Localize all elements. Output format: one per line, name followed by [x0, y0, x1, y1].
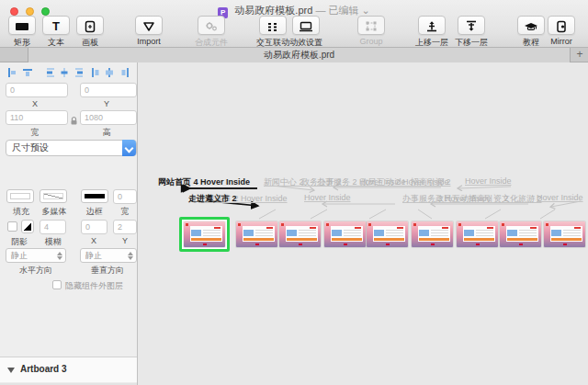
fill-swatch-button[interactable] [6, 189, 34, 203]
thumbnail-page [331, 226, 363, 242]
flow-link-label[interactable]: Hover Inside [304, 193, 351, 202]
move-down-layer-button[interactable]: 下移一层 [455, 16, 488, 49]
horizontal-resize-dropdown[interactable]: 静止 [6, 248, 66, 263]
hotspot-marker [413, 223, 416, 226]
shadow-y-input[interactable]: 2 [113, 220, 137, 234]
y-label: Y [99, 99, 114, 108]
selected-thumbnail-box[interactable] [179, 217, 230, 252]
align-left-edge-icon[interactable] [6, 65, 17, 76]
distribute-center-icon[interactable] [104, 65, 115, 76]
thumbnail-page [243, 226, 275, 242]
thumbnail-page [463, 226, 495, 242]
align-right-icon[interactable] [74, 65, 85, 76]
thumbnail-page [550, 226, 582, 242]
vertical-resize-label: 垂直方向 [85, 265, 130, 277]
canvas-area[interactable]: 网站首页 4 Hover Inside新闻中心 2政务公开 2办事服务 2 Ho… [138, 62, 588, 385]
screen-thumbnail[interactable] [236, 221, 277, 247]
border-label: 边框 [81, 206, 108, 218]
flow-link-label[interactable]: Hover Inside [537, 193, 583, 202]
import-icon [142, 17, 155, 33]
lock-aspect-icon[interactable] [70, 113, 78, 130]
screen-thumbnail[interactable] [457, 221, 498, 247]
move-down-icon [465, 17, 478, 33]
y-position-input[interactable]: 0 [80, 83, 137, 97]
blur-label: 模糊 [40, 236, 67, 248]
layer-row-artboard[interactable]: Artboard 3 [0, 357, 137, 383]
shadow-blur-input[interactable]: 4 [40, 220, 66, 234]
import-button[interactable]: Import [135, 16, 163, 46]
shadow-checkbox[interactable] [7, 221, 17, 232]
new-tab-button[interactable]: + [571, 48, 588, 62]
tutorial-button[interactable]: 教程 [517, 16, 545, 49]
border-width-input[interactable]: 0 [113, 189, 137, 204]
screen-thumbnail[interactable] [544, 221, 585, 247]
flow-link-label[interactable]: 招商引资 2 [411, 176, 451, 188]
media-swatch-button[interactable] [40, 189, 67, 203]
screen-thumbnail[interactable] [184, 221, 225, 247]
screen-thumbnail[interactable] [412, 221, 453, 247]
border-color-swatch-button[interactable] [81, 189, 108, 203]
flow-link-label[interactable]: 文化旅游 2 [502, 193, 542, 205]
width-input[interactable]: 110 [6, 110, 68, 125]
distribute-right-icon[interactable] [119, 65, 130, 76]
title-bar: P 动易政府模板.prd — 已编辑 ⌄ 矩形 T 文本 画板 Import [0, 0, 588, 48]
rectangle-icon [15, 17, 29, 33]
hotspot-marker [458, 223, 461, 226]
shadow-label: 阴影 [6, 236, 33, 248]
align-center-horizontal-icon[interactable] [59, 65, 70, 76]
thumbnail-page [286, 226, 318, 242]
screen-thumbnail[interactable] [324, 221, 366, 247]
move-up-layer-button[interactable]: 上移一层 [415, 16, 448, 49]
alignment-toolbar [0, 65, 138, 78]
chevron-down-icon [122, 140, 136, 156]
screen-thumbnail[interactable] [500, 221, 541, 247]
artboard-tool-button[interactable]: 画板 [76, 16, 104, 49]
hotspot-marker [186, 223, 188, 226]
width-label: 宽 [28, 127, 42, 139]
graduation-cap-icon [524, 17, 538, 33]
text-icon: T [52, 19, 60, 33]
document-name: 动易政府模板.prd [234, 5, 312, 16]
screen-thumbnail[interactable] [367, 221, 408, 247]
shadow-x-input[interactable]: 0 [81, 220, 107, 234]
phone-mirror-icon [556, 17, 567, 33]
border-width-label: 宽 [118, 206, 132, 218]
mirror-button[interactable]: Mirror [548, 16, 575, 46]
x-position-input[interactable]: 0 [6, 83, 68, 97]
thumbnail-page [506, 226, 538, 242]
document-edit-status: — 已编辑 ⌄ [315, 5, 369, 16]
motion-settings-button[interactable]: 动效设置 [289, 16, 322, 49]
rectangle-tool-button[interactable]: 矩形 [8, 16, 36, 49]
flow-link-label[interactable]: 新闻中心 2 [264, 176, 304, 188]
thumbnail-page [373, 226, 405, 242]
height-input[interactable]: 1080 [80, 110, 137, 125]
disclosure-down-icon[interactable] [7, 368, 15, 373]
flow-link-label[interactable]: 网站首页 4 Hover Inside [158, 176, 250, 188]
horizontal-resize-label: 水平方向 [14, 265, 58, 277]
flow-link-label[interactable]: 走进遵义市 2 [188, 193, 237, 205]
align-top-edge-icon[interactable] [22, 65, 33, 76]
hotspot-marker [281, 223, 284, 226]
vertical-resize-dropdown[interactable]: 静止 [80, 248, 137, 263]
compose-component-button: 合成元件 [195, 16, 228, 49]
distribute-left-icon[interactable] [90, 65, 101, 76]
thumbnail-page [190, 226, 222, 242]
shadow-y-label: Y [118, 236, 132, 245]
hide-outside-layers-checkbox[interactable] [52, 280, 62, 289]
hotspot-marker [368, 223, 371, 226]
text-tool-button[interactable]: T 文本 [42, 16, 70, 49]
app-window: P 动易政府模板.prd — 已编辑 ⌄ 矩形 T 文本 画板 Import [0, 0, 588, 385]
align-left-icon[interactable] [45, 65, 56, 76]
hotspot-marker [238, 223, 241, 226]
screen-thumbnail[interactable] [279, 221, 321, 247]
x-label: X [28, 99, 42, 108]
flow-link-label[interactable]: Hover Inside [465, 176, 512, 186]
shadow-style-swatch[interactable] [21, 220, 34, 233]
fill-label: 填充 [7, 206, 35, 218]
hotspot-marker [502, 223, 504, 226]
tab-document[interactable]: 动易政府模板.prd [28, 48, 571, 62]
interaction-link-button[interactable]: 交互联动 [256, 16, 289, 49]
thumbnail-page [418, 226, 450, 242]
size-preset-dropdown[interactable]: 尺寸预设 [6, 140, 137, 156]
height-label: 高 [99, 127, 114, 139]
